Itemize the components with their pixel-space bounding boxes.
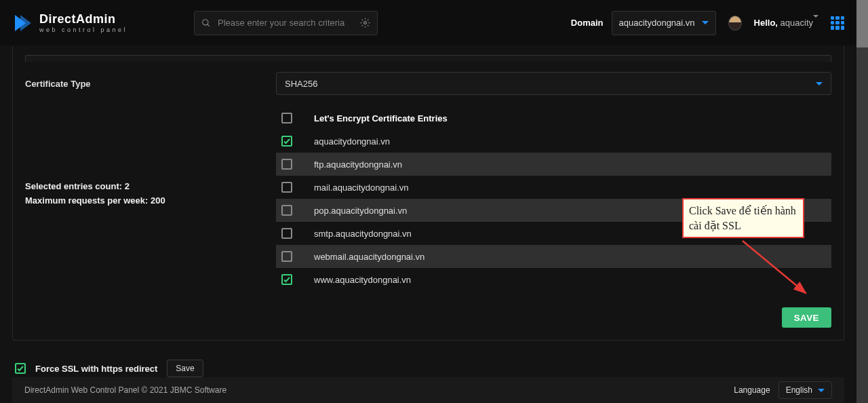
entry-label: smtp.aquacitydongnai.vn — [314, 229, 412, 239]
hello-user[interactable]: Hello, aquacity — [754, 18, 818, 28]
chevron-down-icon — [818, 389, 825, 392]
entries-summary: Selected entries count: 2 Maximum reques… — [25, 107, 276, 291]
force-ssl-checkbox[interactable] — [15, 363, 26, 374]
global-search[interactable] — [194, 11, 378, 35]
cert-type-label: Certificate Type — [25, 79, 276, 89]
table-row: mail.aquacitydongnai.vn — [276, 176, 831, 199]
entries-header: Let's Encrypt Certificate Entries — [314, 113, 448, 123]
entry-checkbox[interactable] — [281, 228, 292, 239]
logo-icon — [12, 12, 34, 34]
domain-label: Domain — [571, 18, 604, 28]
chevron-down-icon — [702, 21, 709, 24]
previous-field-fragment[interactable] — [25, 55, 831, 62]
entry-checkbox[interactable] — [281, 274, 292, 285]
svg-point-0 — [203, 19, 208, 24]
save-button[interactable]: SAVE — [782, 307, 831, 328]
chevron-down-icon — [816, 82, 823, 85]
entry-checkbox[interactable] — [281, 159, 292, 170]
brand-logo[interactable]: DirectAdmin web control panel — [12, 12, 127, 34]
table-row: ftp.aquacitydongnai.vn — [276, 153, 831, 176]
entry-label: webmail.aquacitydongnai.vn — [314, 252, 425, 262]
footer-copy: DirectAdmin Web Control Panel © 2021 JBM… — [24, 385, 226, 395]
cert-type-select[interactable]: SHA256 — [276, 72, 831, 95]
page-scrollbar[interactable] — [856, 0, 868, 403]
selected-count: Selected entries count: 2 — [25, 180, 276, 194]
entry-checkbox[interactable] — [281, 136, 292, 147]
entry-label: aquacitydongnai.vn — [314, 136, 390, 147]
search-icon — [201, 18, 211, 28]
entry-label: ftp.aquacitydongnai.vn — [314, 159, 402, 170]
entry-label: pop.aquacitydongnai.vn — [314, 206, 407, 216]
search-input[interactable] — [218, 18, 353, 28]
annotation-callout: Click Save để tiến hành cài đặt SSL — [682, 198, 804, 238]
force-ssl-row: Force SSL with https redirect Save — [12, 360, 844, 377]
entries-header-row: Let's Encrypt Certificate Entries — [276, 107, 831, 130]
language-label: Language — [734, 385, 770, 395]
force-ssl-label: Force SSL with https redirect — [35, 364, 157, 374]
force-ssl-save-button[interactable]: Save — [167, 360, 203, 377]
gear-icon[interactable] — [360, 18, 370, 28]
entry-checkbox[interactable] — [281, 182, 292, 193]
entry-checkbox[interactable] — [281, 205, 292, 216]
ssl-panel: Certificate Type SHA256 Selected entries… — [12, 45, 844, 341]
svg-line-1 — [208, 24, 210, 26]
select-all-checkbox[interactable] — [281, 113, 292, 123]
table-row: aquacitydongnai.vn — [276, 130, 831, 153]
top-bar: DirectAdmin web control panel Domain aqu… — [0, 0, 856, 45]
avatar[interactable] — [728, 16, 742, 31]
chevron-down-icon — [813, 15, 818, 28]
domain-select[interactable]: aquacitydongnai.vn — [612, 11, 716, 35]
brand-subtitle: web control panel — [39, 27, 127, 33]
domain-value: aquacitydongnai.vn — [619, 18, 695, 28]
table-row: www.aquacitydongnai.vn — [276, 268, 831, 291]
table-row: webmail.aquacitydongnai.vn — [276, 245, 831, 268]
max-requests: Maximum requests per week: 200 — [25, 194, 276, 208]
footer: DirectAdmin Web Control Panel © 2021 JBM… — [12, 377, 844, 403]
svg-point-2 — [364, 22, 367, 24]
entry-label: www.aquacitydongnai.vn — [314, 275, 411, 285]
apps-grid-icon[interactable] — [831, 16, 844, 30]
scroll-thumb[interactable] — [856, 0, 868, 47]
entry-checkbox[interactable] — [281, 251, 292, 262]
cert-type-row: Certificate Type SHA256 — [25, 71, 831, 96]
brand-title: DirectAdmin — [39, 13, 127, 25]
language-select[interactable]: English — [778, 381, 832, 399]
entry-label: mail.aquacitydongnai.vn — [314, 183, 408, 193]
